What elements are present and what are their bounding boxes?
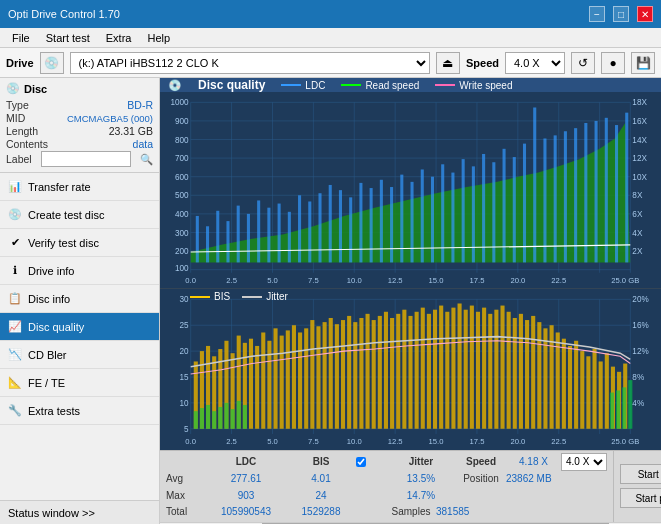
svg-text:20%: 20%	[632, 296, 649, 305]
label-input[interactable]	[41, 151, 131, 167]
start-part-button[interactable]: Start part	[620, 488, 661, 508]
svg-rect-176	[562, 339, 566, 429]
svg-text:500: 500	[175, 191, 189, 200]
menu-start-test[interactable]: Start test	[38, 30, 98, 46]
svg-rect-27	[226, 221, 229, 262]
sidebar-item-drive-info[interactable]: ℹ Drive info	[0, 257, 159, 285]
main-layout: 💿 Disc Type BD-R MID CMCMAGBA5 (000) Len…	[0, 78, 661, 524]
svg-rect-142	[353, 322, 357, 429]
legend-jitter-color	[242, 296, 262, 298]
sidebar-item-extra-tests[interactable]: 🔧 Extra tests	[0, 397, 159, 425]
svg-rect-196	[610, 393, 614, 429]
svg-text:0.0: 0.0	[185, 437, 196, 446]
svg-text:14X: 14X	[632, 136, 647, 145]
sidebar-item-cd-bler[interactable]: 📉 CD Bler	[0, 341, 159, 369]
svg-rect-42	[380, 180, 383, 263]
svg-text:600: 600	[175, 173, 189, 182]
start-full-button[interactable]: Start full	[620, 464, 661, 484]
legend-bis-color	[190, 296, 210, 298]
svg-text:12.5: 12.5	[388, 437, 403, 446]
sidebar-item-verify-test-disc[interactable]: ✔ Verify test disc	[0, 229, 159, 257]
svg-rect-45	[411, 182, 414, 263]
svg-rect-38	[339, 190, 342, 262]
avg-jitter: 13.5%	[386, 473, 456, 484]
sidebar-item-transfer-rate[interactable]: 📊 Transfer rate	[0, 173, 159, 201]
upper-chart-svg: 1000 900 800 700 600 500 400 300 200 100…	[160, 92, 661, 288]
legend-read-speed: Read speed	[341, 80, 419, 91]
avg-bis: 4.01	[286, 473, 356, 484]
svg-rect-34	[298, 195, 301, 262]
sidebar-item-fe-te[interactable]: 📐 FE / TE	[0, 369, 159, 397]
svg-rect-147	[384, 312, 388, 429]
eject-button[interactable]: ⏏	[436, 52, 460, 74]
legend-jitter-label: Jitter	[266, 291, 288, 302]
length-label: Length	[6, 125, 38, 137]
refresh-button[interactable]: ↺	[571, 52, 595, 74]
record-button[interactable]: ●	[601, 52, 625, 74]
svg-text:20.0: 20.0	[510, 276, 525, 285]
svg-rect-39	[349, 197, 352, 262]
svg-text:17.5: 17.5	[470, 437, 485, 446]
status-window-button[interactable]: Status window >>	[0, 500, 159, 524]
svg-text:5.0: 5.0	[267, 276, 278, 285]
sidebar-item-fe-te-label: FE / TE	[28, 377, 65, 389]
max-bis: 24	[286, 490, 356, 501]
disc-mid-row: MID CMCMAGBA5 (000)	[6, 112, 153, 124]
svg-rect-160	[464, 310, 468, 429]
svg-text:5.0: 5.0	[267, 437, 278, 446]
label-icon[interactable]: 🔍	[140, 153, 153, 166]
menu-help[interactable]: Help	[139, 30, 178, 46]
svg-rect-163	[482, 308, 486, 429]
svg-rect-43	[390, 187, 393, 262]
svg-text:8%: 8%	[632, 373, 644, 382]
svg-rect-129	[273, 329, 277, 429]
sidebar-item-disc-info[interactable]: 📋 Disc info	[0, 285, 159, 313]
svg-text:25: 25	[180, 322, 190, 331]
sidebar-item-create-test-disc[interactable]: 💿 Create test disc	[0, 201, 159, 229]
svg-rect-28	[237, 206, 240, 263]
svg-rect-190	[212, 411, 216, 429]
minimize-button[interactable]: −	[589, 6, 605, 22]
svg-text:2.5: 2.5	[226, 437, 237, 446]
speed-select[interactable]: 4.0 X	[505, 52, 565, 74]
avg-label: Avg	[166, 473, 206, 484]
sidebar-item-cd-bler-label: CD Bler	[28, 349, 67, 361]
legend-write-speed-label: Write speed	[459, 80, 512, 91]
svg-text:1000: 1000	[170, 98, 189, 107]
svg-text:10.0: 10.0	[347, 276, 362, 285]
svg-rect-180	[586, 357, 590, 429]
svg-rect-154	[427, 314, 431, 429]
svg-rect-141	[347, 316, 351, 429]
drive-select[interactable]: (k:) ATAPI iHBS112 2 CLO K	[70, 52, 430, 74]
ldc-col-header: LDC	[206, 456, 286, 467]
upper-chart: 1000 900 800 700 600 500 400 300 200 100…	[160, 92, 661, 289]
close-button[interactable]: ✕	[637, 6, 653, 22]
speed-col-header: Speed	[456, 456, 506, 467]
svg-rect-37	[329, 185, 332, 262]
svg-rect-171	[531, 316, 535, 429]
disc-icon: 💿	[6, 82, 20, 95]
svg-rect-130	[280, 336, 284, 429]
svg-text:20.0: 20.0	[510, 437, 525, 446]
sidebar-item-disc-quality[interactable]: 📈 Disc quality	[0, 313, 159, 341]
maximize-button[interactable]: □	[613, 6, 629, 22]
content-area: 💿 Disc quality LDC Read speed Write spee…	[160, 78, 661, 524]
drivebar: Drive 💿 (k:) ATAPI iHBS112 2 CLO K ⏏ Spe…	[0, 48, 661, 78]
svg-rect-51	[472, 166, 475, 262]
jitter-checkbox[interactable]	[356, 457, 366, 467]
svg-rect-172	[537, 322, 541, 429]
menu-extra[interactable]: Extra	[98, 30, 140, 46]
speed-select-stats[interactable]: 4.0 X	[561, 453, 607, 471]
menu-file[interactable]: File	[4, 30, 38, 46]
svg-rect-63	[595, 121, 598, 263]
svg-rect-135	[310, 320, 314, 429]
type-label: Type	[6, 99, 29, 111]
svg-rect-149	[396, 314, 400, 429]
cd-bler-icon: 📉	[8, 348, 22, 362]
nav-items: 📊 Transfer rate 💿 Create test disc ✔ Ver…	[0, 173, 159, 500]
svg-rect-35	[308, 201, 311, 262]
mid-label: MID	[6, 112, 25, 124]
save-button[interactable]: 💾	[631, 52, 655, 74]
legend-read-speed-color	[341, 84, 361, 86]
svg-rect-156	[439, 306, 443, 429]
